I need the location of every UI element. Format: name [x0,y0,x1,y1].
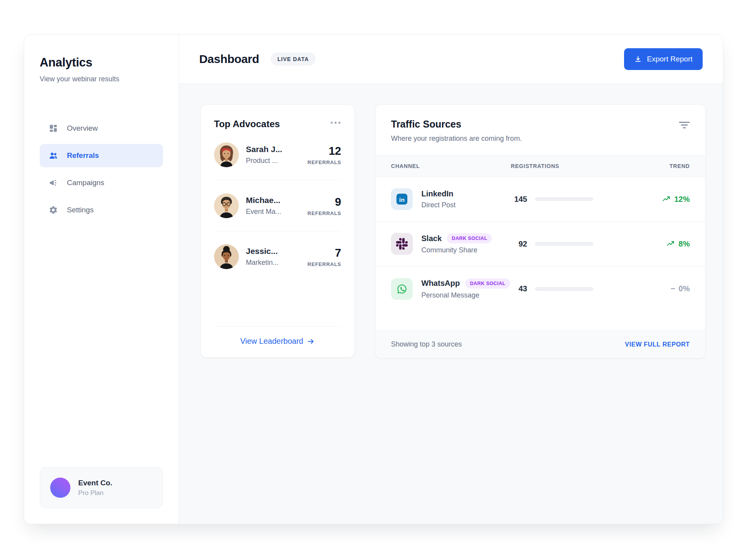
channel-subtitle: Direct Post [421,201,456,209]
view-leaderboard-label: View Leaderboard [240,337,303,346]
sidebar-title: Analytics [40,56,163,70]
sidebar-subtitle: View your webinar results [40,75,163,83]
arrow-right-icon [307,338,315,345]
column-registrations: REGISTRATIONS [511,163,628,169]
referrals-label: REFERRALS [307,159,341,165]
table-row-slack[interactable]: Slack DARK SOCIAL Community Share 92 8% [375,222,705,266]
gear-icon [48,205,58,215]
referral-count: 12 [307,145,341,158]
advocates-title: Top Advocates [214,119,280,130]
sidebar-item-referrals[interactable]: Referrals [40,144,163,167]
account-name: Event Co. [78,479,112,487]
top-bar: Dashboard LIVE DATA Export Report [179,35,723,84]
sidebar-item-settings[interactable]: Settings [40,198,163,222]
table-row-whatsapp[interactable]: WhatsApp DARK SOCIAL Personal Message 43… [375,266,705,311]
traffic-subtitle: Where your registrations are coming from… [391,135,522,143]
live-data-badge: LIVE DATA [271,52,316,66]
slack-icon [391,233,413,255]
filter-icon[interactable] [679,119,690,143]
column-trend: TREND [628,163,690,169]
advocate-role: Event Ma... [246,208,300,216]
registrations-value: 92 [511,240,527,248]
sidebar: Analytics View your webinar results Over… [24,35,179,524]
advocate-row[interactable]: Michae... Event Ma... 9 REFERRALS [214,180,341,231]
minus-icon: − [670,284,675,293]
referral-count: 7 [307,247,341,259]
advocate-role: Marketin... [246,259,300,267]
traffic-title: Traffic Sources [391,119,522,130]
sidebar-item-campaigns[interactable]: Campaigns [40,171,163,194]
sidebar-item-label: Overview [67,124,98,133]
users-icon [48,150,58,161]
export-report-button[interactable]: Export Report [624,48,703,70]
advocate-row[interactable]: Sarah J... Product ... 12 REFERRALS [214,130,341,180]
progress-bar [535,287,593,291]
export-report-label: Export Report [647,55,693,63]
account-avatar [50,478,70,498]
referrals-label: REFERRALS [307,210,341,216]
page-title: Dashboard [199,52,259,66]
svg-text:in: in [399,196,405,203]
trend-value: 8% [628,240,690,248]
advocate-row[interactable]: Jessic... Marketin... 7 REFERRALS [214,231,341,282]
progress-bar [535,242,593,246]
avatar-michael [214,193,239,218]
trend-value: − 0% [628,284,690,293]
traffic-sources-card: Traffic Sources Where your registrations… [375,104,706,359]
sidebar-item-label: Campaigns [67,178,104,187]
channel-name: LinkedIn [421,189,453,198]
registrations-value: 43 [511,284,527,293]
referrals-label: REFERRALS [307,261,341,267]
trending-up-icon [666,240,675,248]
view-leaderboard-link[interactable]: View Leaderboard [240,337,315,346]
advocate-name: Sarah J... [246,145,300,154]
channel-name: WhatsApp [421,279,460,288]
showing-sources-text: Showing top 3 sources [391,340,462,348]
whatsapp-icon [391,278,413,300]
sidebar-item-label: Referrals [67,151,99,160]
trend-value: 12% [628,195,690,204]
megaphone-icon [48,178,58,188]
linkedin-icon: in [391,188,413,210]
download-icon [634,55,642,63]
dashboard-grid-icon [48,123,58,133]
dark-social-badge: DARK SOCIAL [465,278,510,289]
column-channel: CHANNEL [391,163,511,169]
content-area: Top Advocates Sarah J... Product ... 12 … [179,84,723,524]
channel-subtitle: Personal Message [421,291,510,299]
progress-bar [535,197,593,201]
table-row-linkedin[interactable]: in LinkedIn Direct Post 145 12% [375,177,705,222]
referral-count: 9 [307,196,341,208]
advocate-name: Michae... [246,196,300,205]
traffic-footer: Showing top 3 sources VIEW FULL REPORT [375,330,705,358]
app-window: Analytics View your webinar results Over… [24,34,723,524]
table-header-row: CHANNEL REGISTRATIONS TREND [375,155,705,177]
trending-up-icon [662,195,671,203]
advocate-name: Jessic... [246,247,300,256]
ellipsis-menu-icon[interactable] [330,119,341,127]
sidebar-item-overview[interactable]: Overview [40,117,163,140]
main-area: Dashboard LIVE DATA Export Report Top Ad… [179,35,723,524]
avatar-jessica [214,244,239,269]
account-plan: Pro Plan [78,489,112,497]
sidebar-nav: Overview Referrals Campaigns Settings [40,117,163,222]
advocate-role: Product ... [246,157,300,165]
sidebar-item-label: Settings [67,206,94,214]
view-full-report-link[interactable]: VIEW FULL REPORT [625,341,690,348]
dark-social-badge: DARK SOCIAL [447,233,492,243]
account-card[interactable]: Event Co. Pro Plan [40,467,163,508]
channel-name: Slack [421,234,442,243]
top-advocates-card: Top Advocates Sarah J... Product ... 12 … [200,104,355,358]
channel-subtitle: Community Share [421,246,492,254]
registrations-value: 145 [511,195,527,204]
avatar-sarah [214,142,239,167]
